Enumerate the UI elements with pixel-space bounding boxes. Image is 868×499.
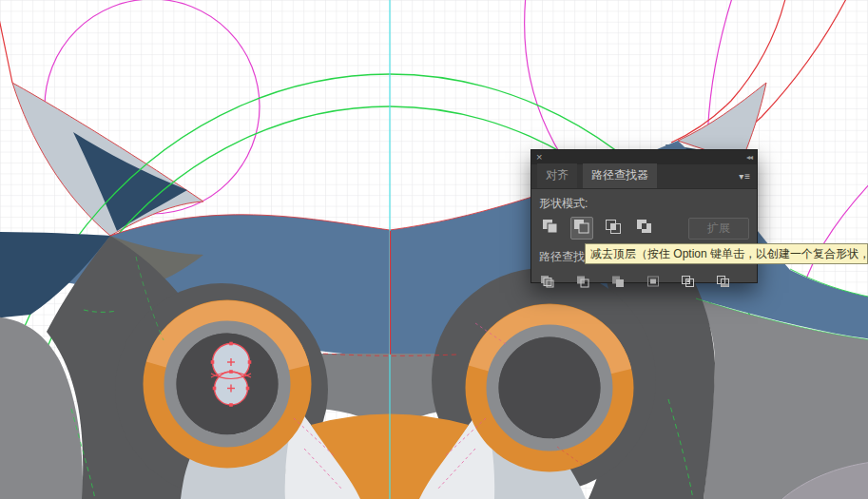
trim-icon <box>575 275 590 292</box>
exclude-button[interactable] <box>633 217 656 240</box>
unite-icon <box>542 219 559 238</box>
divide-button[interactable] <box>539 274 557 293</box>
panel-body: 形状模式: 扩展 <box>531 189 757 293</box>
shape-mode-button-row: 扩展 <box>539 217 749 240</box>
intersect-button[interactable] <box>602 217 625 240</box>
close-icon[interactable]: × <box>536 152 542 163</box>
expand-button[interactable]: 扩展 <box>688 218 749 240</box>
merge-icon <box>610 275 626 292</box>
trim-button[interactable] <box>574 274 592 293</box>
minus-front-button[interactable] <box>570 217 593 240</box>
right-eye-pupil[interactable] <box>499 337 601 439</box>
outline-button[interactable] <box>679 274 697 293</box>
panel-tab-bar: 对齐 路径查找器 ▾≡ <box>531 164 757 189</box>
panel-header[interactable]: × ◂◂ <box>531 150 757 164</box>
intersect-icon <box>605 219 622 238</box>
crop-button[interactable] <box>644 274 662 293</box>
panel-menu-icon[interactable]: ▾≡ <box>739 171 751 182</box>
minus-front-icon <box>573 219 590 238</box>
tab-pathfinder[interactable]: 路径查找器 <box>583 163 657 188</box>
tab-align[interactable]: 对齐 <box>537 163 577 188</box>
minus-back-button[interactable] <box>714 274 732 293</box>
unite-button[interactable] <box>539 217 562 240</box>
crop-icon <box>646 275 661 292</box>
minus-back-icon <box>716 275 731 292</box>
collapse-panel-icon[interactable]: ◂◂ <box>746 153 752 162</box>
exclude-icon <box>636 219 653 238</box>
divide-icon <box>540 275 555 292</box>
shape-modes-label: 形状模式: <box>539 196 749 212</box>
illustrator-workspace: { "panel": { "close_icon": "×", "collaps… <box>0 0 868 499</box>
selected-shapes-left-eye[interactable] <box>211 342 252 407</box>
minus-front-tooltip: 减去顶层（按住 Option 键单击，以创建一个复合形状，并 <box>585 243 868 264</box>
merge-button[interactable] <box>609 274 627 293</box>
outline-icon <box>681 275 696 292</box>
pathfinder-button-row <box>539 274 749 293</box>
